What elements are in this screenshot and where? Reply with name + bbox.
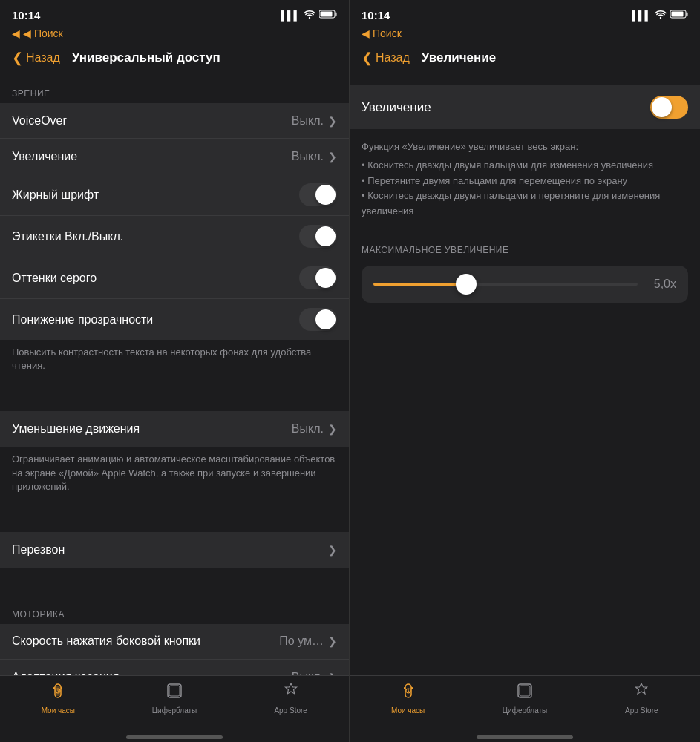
separator-2 [0,505,349,532]
zoom-slider-thumb[interactable] [456,274,477,295]
svg-rect-2 [336,13,337,16]
grayscale-toggle[interactable] [299,266,337,289]
max-zoom-header: МАКСИМАЛЬНОЕ УВЕЛИЧЕНИЕ [362,245,688,255]
right-search-bar[interactable]: ◀ Поиск [350,24,700,45]
right-tab-my-watch-label: Мои часы [391,706,425,715]
zoom-settings-group: Увеличение [350,85,700,129]
zoom-toggle-label: Увеличение [362,100,431,115]
reduce-transparency-toggle[interactable] [299,308,337,331]
right-appstore-icon [632,682,650,704]
left-phone-panel: 10:14 ▌▌▌ ◀ ◀ По [0,0,350,742]
right-home-indicator [477,735,573,739]
right-tab-bar: Мои часы Циферблаты App Store [350,675,700,729]
zoom-toggle-row[interactable]: Увеличение [350,85,700,129]
watch-icon [49,682,67,704]
left-tab-bar: Мои часы Циферблаты App Store [0,675,349,729]
right-nav-bar: ❮ Назад Увеличение [350,45,700,73]
left-home-indicator [126,735,223,739]
right-status-icons: ▌▌▌ [632,10,688,21]
faces-icon [166,682,183,704]
left-nav-title: Универсальный доступ [72,50,220,65]
section-header-motor: МОТОРИКА [0,594,349,624]
motion-row[interactable]: Уменьшение движения Выкл. ❯ [0,411,349,447]
motion-note: Ограничивает анимацию и автоматическое м… [0,447,349,505]
left-tab-appstore[interactable]: App Store [261,682,321,715]
right-wifi-icon [655,10,667,21]
motion-value: Выкл. [292,422,324,436]
labels-label: Этикетки Вкл./Выкл. [12,230,123,243]
left-back-button[interactable]: ❮ Назад [12,50,60,66]
section-header-vision: ЗРЕНИЕ [0,73,349,103]
right-phone-panel: 10:14 ▌▌▌ ◀ Поис [350,0,700,742]
zoom-label: Увеличение [12,150,77,163]
motion-group: Уменьшение движения Выкл. ❯ [0,411,349,447]
zoom-row[interactable]: Увеличение Выкл. ❯ [0,139,349,174]
labels-toggle[interactable] [299,225,337,248]
wifi-icon [304,10,315,21]
call-chevron: ❯ [328,544,337,556]
zoom-slider-value: 5,0x [647,278,676,291]
zoom-desc-bullets: Коснитесь дважды двумя пальцами для изме… [362,158,688,220]
motor-group: Скорость нажатия боковой кнопки По ум… ❯… [0,624,349,675]
zoom-right: Выкл. ❯ [292,150,337,163]
zoom-bullet-1: Коснитесь дважды двумя пальцами для изме… [362,158,688,174]
svg-rect-21 [404,687,405,689]
left-status-icons: ▌▌▌ [281,10,337,21]
svg-rect-16 [672,12,684,17]
voiceover-value: Выкл. [292,114,324,128]
left-tab-faces[interactable]: Циферблаты [145,682,204,715]
zoom-value: Выкл. [292,150,324,163]
zoom-slider-container: 5,0x [362,266,688,303]
grayscale-label: Оттенки серого [12,272,97,285]
motion-chevron: ❯ [328,423,337,435]
left-tab-appstore-label: App Store [274,706,307,715]
right-tab-my-watch[interactable]: Мои часы [379,682,438,715]
svg-rect-24 [520,686,530,696]
zoom-description: Функция «Увеличение» увеличивает весь эк… [350,129,700,230]
touch-adaptation-row[interactable]: Адаптация касания Выкл. ❯ [0,660,349,675]
call-row[interactable]: Перезвон ❯ [0,532,349,568]
svg-rect-9 [53,687,55,689]
separator-1 [0,384,349,411]
right-nav-title: Увеличение [422,50,496,65]
left-tab-my-watch[interactable]: Мои часы [28,682,88,715]
left-status-bar: 10:14 ▌▌▌ [0,0,349,24]
left-back-label: Назад [26,51,60,65]
right-watch-icon [399,682,417,704]
right-back-button[interactable]: ❮ Назад [362,50,410,66]
left-tab-faces-label: Циферблаты [152,706,197,715]
right-tab-faces[interactable]: Циферблаты [495,682,555,715]
zoom-slider-track[interactable] [373,283,638,286]
svg-point-0 [309,17,310,19]
left-time: 10:14 [12,9,40,22]
right-content-area: Увеличение Функция «Увеличение» увеличив… [350,73,700,675]
right-back-label: Назад [376,51,410,65]
signal-icon: ▌▌▌ [281,10,300,21]
zoom-main-toggle[interactable] [650,96,688,119]
svg-rect-15 [687,13,688,16]
bold-font-row[interactable]: Жирный шрифт [0,174,349,216]
left-content-area: ЗРЕНИЕ VoiceOver Выкл. ❯ Увеличение Выкл… [0,73,349,675]
bold-font-toggle[interactable] [299,183,337,206]
zoom-bullet-3: Коснитесь дважды двумя пальцами и перетя… [362,188,688,220]
left-search-label: ◀ Поиск [23,27,63,39]
right-tab-appstore[interactable]: App Store [612,682,671,715]
left-search-bar[interactable]: ◀ ◀ Поиск [0,24,349,45]
right-signal-icon: ▌▌▌ [632,10,651,21]
right-search-label: Поиск [373,27,402,39]
grayscale-row[interactable]: Оттенки серого [0,257,349,299]
right-back-chevron: ❮ [362,50,373,66]
svg-point-13 [660,17,661,19]
reduce-transparency-row[interactable]: Понижение прозрачности [0,299,349,340]
button-speed-chevron: ❯ [328,635,337,647]
button-speed-row[interactable]: Скорость нажатия боковой кнопки По ум… ❯ [0,624,349,660]
svg-rect-22 [411,687,413,689]
labels-row[interactable]: Этикетки Вкл./Выкл. [0,216,349,257]
left-back-chevron: ❮ [12,50,23,66]
left-search-chevron: ◀ [12,27,20,39]
call-group: Перезвон ❯ [0,532,349,568]
voiceover-row[interactable]: VoiceOver Выкл. ❯ [0,103,349,139]
voiceover-right: Выкл. ❯ [292,114,337,128]
vision-settings-group: VoiceOver Выкл. ❯ Увеличение Выкл. ❯ Жир… [0,103,349,340]
button-speed-right: По ум… ❯ [279,634,337,648]
